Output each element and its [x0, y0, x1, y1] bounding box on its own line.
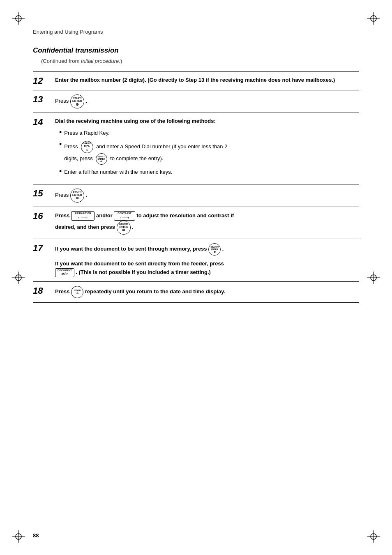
bullet-dot-1: • [59, 128, 62, 137]
step-13-content: Press START/ ENTER ⊕ . [55, 94, 359, 108]
continued-prefix: (Continued from [41, 58, 81, 64]
step-14-content: Dial the receiving machine using one of … [55, 117, 359, 180]
step-17-content: If you want the document to be sent thro… [55, 243, 359, 277]
corner-mark-tl [12, 12, 25, 25]
bullet-dot-3: • [59, 167, 62, 176]
start-enter-key-17a: START/ENTER⊕ [208, 243, 221, 256]
step-13-number: 13 [33, 94, 55, 104]
step-13-period: . [85, 98, 87, 104]
bullet-text-3: Enter a full fax number with the numeric… [64, 168, 359, 177]
continued-end: .) [119, 58, 122, 64]
bullet-2: • Press SPEED DIAL ○ and enter a Speed D… [59, 141, 359, 165]
document-key-17: DOCUMENT M/? [55, 268, 74, 277]
step-14-number: 14 [33, 117, 55, 127]
step-12-number: 12 [33, 76, 55, 86]
step-13-press: Press [55, 98, 70, 104]
page-number: 88 [33, 532, 39, 539]
step-13: 13 Press START/ ENTER ⊕ . [33, 90, 359, 113]
stop-key-18: STOP⊙ [71, 286, 83, 298]
corner-mark-tr [367, 12, 380, 25]
step-12: 12 Enter the mailbox number (2 digits). … [33, 72, 359, 90]
step-12-text: Enter the mailbox number (2 digits). (Go… [55, 77, 335, 83]
start-enter-key-16: START/ ENTER ⊕ [117, 221, 131, 235]
step-15-period: . [85, 192, 87, 198]
step-15: 15 Press START/ ENTER ⊕ . [33, 184, 359, 207]
bullet-3: • Enter a full fax number with the numer… [59, 168, 359, 177]
step-12-content: Enter the mailbox number (2 digits). (Go… [55, 76, 359, 85]
step-18: 18 Press STOP⊙ repeatedly until you retu… [33, 282, 359, 303]
step-17-line1: If you want the document to be sent thro… [55, 246, 224, 252]
breadcrumb: Entering and Using Programs [33, 29, 359, 35]
step-15-number: 15 [33, 189, 55, 198]
bullet-1: • Press a Rapid Key. [59, 129, 359, 138]
step-15-content: Press START/ ENTER ⊕ . [55, 189, 359, 203]
bullet-text-2: Press SPEED DIAL ○ and enter a Speed Dia… [64, 141, 359, 165]
corner-mark-mr [367, 272, 380, 284]
step-16-line2: desired, and then press START/ ENTER ⊕ . [55, 224, 134, 230]
section-title: Confidential transmission [33, 46, 359, 55]
bullet-dot-2: • [59, 140, 62, 149]
start-enter-key-small: START/ENTER⊕ [96, 153, 107, 165]
contrast-key: CONTRAST ⌐—¬ [114, 211, 135, 221]
resolution-key: RESOLUTION ⌐—¬ [71, 211, 95, 221]
steps-container: 12 Enter the mailbox number (2 digits). … [33, 71, 359, 303]
corner-mark-bl [12, 530, 25, 543]
step-16: 16 Press RESOLUTION ⌐—¬ and/or CONTRAST … [33, 207, 359, 239]
step-16-number: 16 [33, 211, 55, 221]
bullet-text-1: Press a Rapid Key. [64, 129, 359, 138]
step-16-content: Press RESOLUTION ⌐—¬ and/or CONTRAST ⌐—¬… [55, 211, 359, 235]
step-16-line1: Press RESOLUTION ⌐—¬ and/or CONTRAST ⌐—¬… [55, 212, 234, 219]
step-17: 17 If you want the document to be sent t… [33, 239, 359, 282]
step-14-bullets: • Press a Rapid Key. • Press SPEED DIAL … [59, 129, 359, 177]
page: Entering and Using Programs Confidential… [0, 0, 392, 555]
start-enter-key-13: START/ ENTER ⊕ [70, 94, 84, 108]
step-15-press: Press [55, 192, 70, 198]
step-18-content: Press STOP⊙ repeatedly until you return … [55, 286, 359, 298]
corner-mark-br [367, 530, 380, 543]
step-17-line2: If you want the document to be sent dire… [55, 260, 359, 277]
speed-dial-key: SPEED DIAL ○ [81, 141, 93, 153]
step-18-number: 18 [33, 286, 55, 296]
step-17-number: 17 [33, 243, 55, 253]
continued-text: (Continued from Initial procedure.) [41, 58, 359, 64]
step-14-text: Dial the receiving machine using one of … [55, 118, 216, 124]
start-enter-key-15: START/ ENTER ⊕ [70, 189, 84, 203]
step-14: 14 Dial the receiving machine using one … [33, 113, 359, 184]
continued-italic: Initial procedure [81, 58, 119, 64]
corner-mark-ml [12, 272, 25, 284]
